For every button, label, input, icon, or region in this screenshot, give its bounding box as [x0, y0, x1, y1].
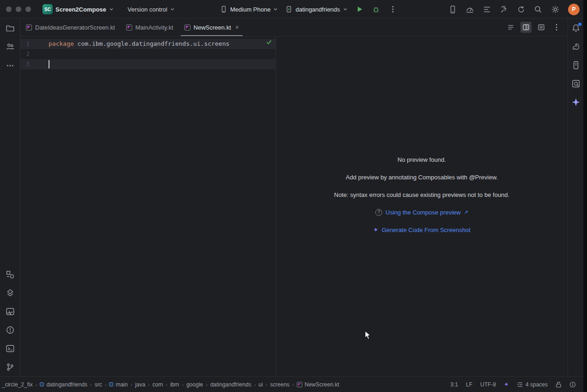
breadcrumb-separator: ›	[104, 382, 108, 387]
gemini-sparkle-icon[interactable]	[571, 97, 581, 107]
notifications-bell-icon[interactable]	[571, 23, 581, 33]
debug-button[interactable]	[370, 3, 383, 16]
breadcrumb-item[interactable]: google	[186, 381, 203, 388]
compose-preview-docs-link[interactable]: ? Using the Compose preview ↗	[276, 208, 568, 217]
breadcrumb-separator: ›	[291, 382, 295, 387]
inspections-ok-icon[interactable]	[266, 39, 272, 45]
breadcrumb-item[interactable]: java	[135, 381, 145, 388]
breadcrumb-item[interactable]: main	[109, 381, 128, 388]
app-inspection-icon[interactable]	[571, 79, 581, 89]
project-folder-icon[interactable]	[5, 23, 15, 33]
left-tool-stripe	[0, 18, 20, 376]
build-icon[interactable]	[500, 5, 508, 14]
breadcrumb-item[interactable]: _circle_2_fix	[2, 381, 33, 388]
code-editor[interactable]: 1 package com.ibm.google.datingandfriend…	[20, 37, 275, 376]
running-devices-icon[interactable]	[448, 5, 457, 14]
tab-newscreen[interactable]: NewScreen.kt ×	[179, 18, 245, 36]
run-button[interactable]	[353, 3, 366, 16]
compose-preview-pane: No preview found. Add preview by annotat…	[276, 37, 568, 376]
file-lock-icon[interactable]	[556, 381, 562, 388]
breadcrumb-item[interactable]: src	[95, 381, 102, 388]
device-selector-label: Medium Phone	[230, 6, 270, 13]
line-number[interactable]: 2	[20, 49, 30, 59]
breadcrumb-item[interactable]: screens	[270, 381, 289, 388]
sparkle-icon: ✦	[373, 226, 379, 233]
device-selector[interactable]: Medium Phone	[218, 2, 280, 16]
project-selector[interactable]: Screen2Compose	[55, 0, 114, 18]
sync-project-icon[interactable]	[517, 5, 526, 14]
breadcrumb-item[interactable]: ui	[258, 381, 263, 388]
tab-mainactivity[interactable]: MainActivity.kt	[121, 18, 179, 36]
debug-bug-icon	[372, 6, 380, 13]
window-edge	[583, 0, 587, 392]
profile-avatar[interactable]: P	[568, 4, 580, 15]
android-studio-window: SC Screen2Compose Version control Medium…	[0, 0, 587, 392]
generate-link-label: Generate Code From Screenshot	[382, 227, 471, 233]
more-tool-windows-icon[interactable]	[5, 61, 15, 71]
app-quality-insights-icon[interactable]	[5, 306, 15, 317]
chevron-down-icon	[109, 7, 114, 12]
version-control-menu[interactable]: Version control	[128, 0, 175, 18]
terminal-icon[interactable]	[5, 343, 15, 354]
window-minimize-button[interactable]	[16, 6, 21, 12]
generate-code-from-screenshot-link[interactable]: ✦ Generate Code From Screenshot	[276, 225, 568, 234]
project-name: Screen2Compose	[55, 6, 106, 13]
split-view-icon[interactable]	[520, 22, 532, 33]
indent-widget[interactable]: 4 spaces	[517, 381, 548, 388]
problems-icon[interactable]	[5, 325, 15, 335]
code-token: com.ibm.google.datingandfriends.ui.scree…	[74, 40, 230, 47]
version-control-label: Version control	[128, 6, 167, 13]
code-line-2: 2	[20, 49, 275, 59]
gradle-icon[interactable]	[571, 42, 581, 52]
project-logo: SC	[43, 4, 53, 14]
code-line-1: 1 package com.ibm.google.datingandfriend…	[20, 39, 275, 49]
tab-dateideasgeneratorscreen[interactable]: DateIdeasGeneratorScreen.kt	[20, 18, 121, 36]
profiler-icon[interactable]	[465, 5, 474, 14]
breadcrumb-item-file[interactable]: NewScreen.kt	[297, 381, 339, 388]
breadcrumb-separator: ›	[165, 382, 169, 387]
preview-message-hint: Add preview by annotating Composables wi…	[276, 173, 568, 182]
tab-label: NewScreen.kt	[194, 24, 231, 31]
caret-position-widget[interactable]: 3:1	[450, 381, 458, 388]
settings-gear-icon[interactable]	[551, 5, 560, 14]
git-branch-icon[interactable]	[5, 362, 15, 372]
people-icon[interactable]	[5, 42, 15, 52]
more-run-actions-button[interactable]	[386, 3, 399, 16]
logcat-icon[interactable]	[483, 5, 491, 14]
search-icon[interactable]	[534, 5, 543, 14]
editor-view-modes	[505, 18, 562, 36]
run-configuration-label: datingandfriends	[295, 6, 340, 13]
breadcrumb: _circle_2_fix › datingandfriends › src ›…	[0, 381, 339, 388]
line-separator-widget[interactable]: LF	[466, 381, 472, 388]
info-icon[interactable]	[569, 381, 576, 388]
window-close-button[interactable]	[6, 6, 12, 12]
run-configuration-selector[interactable]: datingandfriends	[283, 2, 349, 16]
resource-manager-icon[interactable]	[5, 270, 15, 280]
preview-message-note: Note: syntax errors could cause existing…	[276, 190, 568, 200]
layers-icon[interactable]	[5, 288, 15, 298]
tab-label: DateIdeasGeneratorScreen.kt	[35, 24, 115, 31]
module-icon	[109, 382, 113, 386]
breadcrumb-separator: ›	[129, 382, 133, 387]
chevron-down-icon	[343, 7, 348, 12]
status-bar: _circle_2_fix › datingandfriends › src ›…	[0, 376, 583, 392]
breadcrumb-item[interactable]: ibm	[170, 381, 179, 388]
breadcrumb-item[interactable]: datingandfriends	[210, 381, 251, 388]
gemini-status-icon[interactable]: ✦	[504, 381, 509, 388]
code-view-icon[interactable]	[505, 22, 516, 33]
line-number[interactable]: 3	[20, 59, 30, 69]
window-zoom-button[interactable]	[25, 6, 31, 12]
tab-close-icon[interactable]: ×	[235, 24, 239, 31]
breadcrumb-item[interactable]: datingandfriends	[40, 381, 87, 388]
chevron-down-icon	[273, 7, 278, 12]
kotlin-file-icon	[26, 24, 32, 31]
tab-options-kebab-icon[interactable]	[551, 22, 562, 33]
kotlin-file-icon	[184, 24, 190, 31]
breadcrumb-item[interactable]: com	[153, 381, 163, 388]
design-view-icon[interactable]	[536, 22, 547, 33]
run-config-device-icon	[285, 6, 293, 13]
line-number[interactable]: 1	[20, 39, 30, 49]
device-explorer-icon[interactable]	[571, 60, 581, 70]
breadcrumb-separator: ›	[89, 382, 93, 387]
encoding-widget[interactable]: UTF-8	[480, 381, 496, 388]
